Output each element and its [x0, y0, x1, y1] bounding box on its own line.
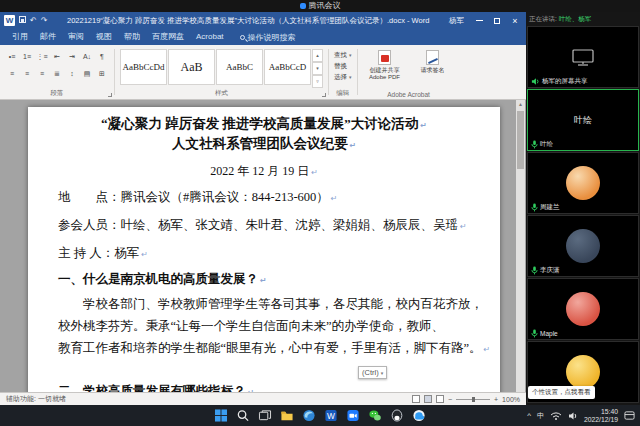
video-tile-maple[interactable]: Maple — [527, 278, 639, 340]
undo-button[interactable]: ↶ — [30, 15, 37, 26]
style-option-heading2[interactable]: AaBbCcD — [264, 49, 311, 85]
meeting-topbar[interactable]: 腾讯会议 — [0, 0, 640, 12]
baidu-netdisk-icon[interactable] — [412, 408, 427, 423]
close-button[interactable]: × — [506, 12, 524, 29]
tray-expand-icon[interactable]: ^ — [527, 411, 531, 420]
scroll-up-icon[interactable]: ▲ — [516, 100, 525, 109]
input-method-indicator[interactable]: 中 — [537, 411, 544, 421]
tile-center-name: 叶绘 — [574, 114, 592, 127]
tab-help[interactable]: 帮助 — [118, 29, 146, 45]
scrollbar-thumb[interactable] — [517, 111, 524, 169]
now-speaking-label: 正在讲话: — [529, 15, 557, 24]
paste-options-button[interactable]: (Ctrl) ▾ — [358, 366, 387, 379]
word-app-icon[interactable]: W — [324, 408, 339, 423]
increase-indent-icon[interactable]: ⇥ — [65, 49, 79, 65]
numbered-list-icon[interactable]: 1≡ — [20, 49, 34, 65]
align-left-icon[interactable]: ≡ — [5, 66, 19, 82]
taskbar-center: W — [214, 405, 427, 426]
taskbar-search-icon[interactable] — [236, 408, 251, 423]
taskbar-clock[interactable]: 15:40 2022/12/19 — [584, 408, 618, 424]
gallery-down-icon[interactable]: ▾ — [312, 62, 323, 75]
tencent-meeting-icon[interactable] — [346, 408, 361, 423]
document-page[interactable]: “凝心聚力 踔厉奋发 推进学校高质量发展”大讨论活动 人文社科系管理团队会议纪要… — [28, 107, 500, 392]
justify-icon[interactable]: ≣ — [50, 66, 64, 82]
document-area[interactable]: “凝心聚力 踔厉奋发 推进学校高质量发展”大讨论活动 人文社科系管理团队会议纪要… — [0, 100, 526, 392]
mic-icon — [531, 140, 538, 149]
style-preview: AaBbC — [226, 62, 253, 72]
edge-browser-icon[interactable] — [302, 408, 317, 423]
word-logo-icon: W — [4, 15, 15, 26]
file-explorer-icon[interactable] — [280, 408, 295, 423]
select-button[interactable]: 选择▾ — [334, 72, 352, 82]
tile-name-label: 杨军的屏幕共享 — [528, 76, 591, 87]
profile-tooltip[interactable]: 个性设置，点我看看 — [528, 386, 595, 399]
wifi-icon[interactable] — [550, 411, 562, 421]
vertical-scrollbar[interactable]: ▲ — [516, 100, 525, 392]
replace-button[interactable]: 替换 — [334, 61, 352, 71]
volume-icon[interactable] — [568, 411, 578, 421]
tile-name-label: 李庆潇 — [528, 265, 563, 276]
taskbar-tray: ^ 中 15:40 2022/12/19 — [527, 405, 635, 426]
task-view-icon[interactable] — [258, 408, 273, 423]
save-button[interactable] — [19, 15, 26, 26]
style-option-heading1[interactable]: AaBbC — [216, 49, 263, 85]
doc-heading-1: 一、什么是南京机电的高质量发展？ — [58, 267, 470, 293]
mic-icon — [531, 329, 538, 338]
accessibility-status[interactable]: 辅助功能: 一切就绪 — [6, 394, 66, 404]
align-right-icon[interactable]: ≡ — [35, 66, 49, 82]
bullet-list-icon[interactable]: •≡ — [5, 49, 19, 65]
borders-icon[interactable]: ⊞ — [95, 66, 109, 82]
video-tile-zhoujianlan[interactable]: 周建兰 — [527, 152, 639, 214]
tab-baidu-netdisk[interactable]: 百度网盘 — [146, 29, 190, 45]
taskbar-time: 15:40 — [601, 408, 618, 416]
word-titlebar[interactable]: W ↶ ↷ 20221219“凝心聚力 踔厉奋发 推进学校高质量发展”大讨论活动… — [0, 12, 526, 29]
decrease-indent-icon[interactable]: ⇤ — [50, 49, 64, 65]
find-label: 查找 — [334, 50, 347, 60]
web-layout-button[interactable] — [436, 395, 444, 403]
account-name[interactable]: 杨军 — [449, 16, 464, 26]
gallery-more-icon[interactable]: ▿ — [312, 75, 323, 88]
qq-icon[interactable] — [390, 408, 405, 423]
editing-group-label: 编辑 — [329, 89, 357, 98]
create-share-pdf-button[interactable]: 创建并共享 Adobe PDF — [363, 49, 407, 87]
restore-icon — [494, 18, 500, 24]
minimize-button[interactable] — [470, 12, 488, 29]
video-tile-screenshare[interactable]: 杨军的屏幕共享 — [527, 26, 639, 88]
read-mode-button[interactable] — [412, 395, 420, 403]
align-center-icon[interactable]: ≡ — [20, 66, 34, 82]
multilevel-list-icon[interactable]: ⋮≡ — [35, 49, 49, 65]
zoom-in-button[interactable]: + — [494, 396, 498, 403]
zoom-slider[interactable] — [456, 399, 490, 400]
line-spacing-icon[interactable]: ↕ — [65, 66, 79, 82]
zoom-level[interactable]: 100% — [502, 396, 520, 403]
doc-host: 主 持 人：杨军 — [58, 241, 470, 267]
style-option-title[interactable]: AaB — [168, 49, 215, 85]
style-option-normal[interactable]: AaBbCcDd — [120, 49, 167, 85]
doc-date: 2022 年 12 月 19 日 — [58, 161, 470, 183]
tile-name-text: 李庆潇 — [540, 266, 560, 275]
start-button[interactable] — [214, 408, 229, 423]
video-tile-yehui[interactable]: 叶绘 叶绘 — [527, 89, 639, 151]
video-tile-liqingxiao[interactable]: 李庆潇 — [527, 215, 639, 277]
tab-acrobat[interactable]: Acrobat — [190, 29, 230, 45]
print-layout-button[interactable] — [424, 395, 432, 403]
notification-center-icon[interactable] — [624, 410, 635, 421]
wechat-icon[interactable] — [368, 408, 383, 423]
tab-references[interactable]: 引用 — [6, 29, 34, 45]
request-signatures-button[interactable]: 请求签名 — [411, 49, 455, 87]
zoom-slider-thumb[interactable] — [472, 397, 475, 402]
dialog-launcher-icon[interactable] — [108, 93, 112, 97]
zoom-out-button[interactable]: − — [448, 396, 452, 403]
shading-icon[interactable]: ▤ — [80, 66, 94, 82]
redo-button[interactable]: ↷ — [41, 15, 48, 26]
tab-review[interactable]: 审阅 — [62, 29, 90, 45]
tab-mailings[interactable]: 邮件 — [34, 29, 62, 45]
gallery-up-icon[interactable]: ▴ — [312, 49, 323, 62]
tell-me-search[interactable]: 操作说明搜索 — [240, 32, 296, 43]
find-button[interactable]: 查找▾ — [334, 50, 352, 60]
show-marks-icon[interactable]: ¶ — [95, 49, 109, 65]
dialog-launcher-icon[interactable] — [322, 93, 326, 97]
sort-icon[interactable]: A↓ — [80, 49, 94, 65]
tab-view[interactable]: 视图 — [90, 29, 118, 45]
restore-button[interactable] — [488, 12, 506, 29]
